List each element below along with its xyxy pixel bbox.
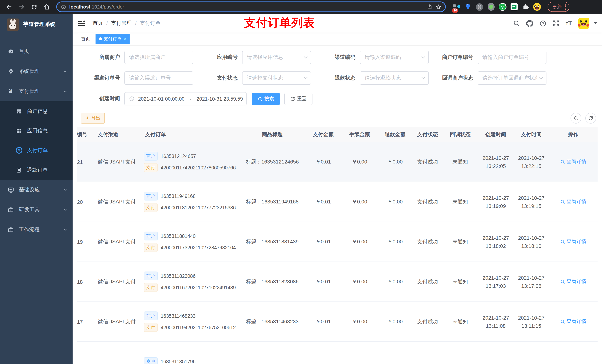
search-icon[interactable]: [513, 20, 520, 27]
filter-select[interactable]: 请选择订单回调商户状态: [478, 71, 547, 85]
app-window: 芋道管理系统 首页系统管理¥支付管理商户信息应用信息¥支付订单退款订单基础设施研…: [0, 14, 602, 364]
view-detail-link[interactable]: 查看详情: [560, 158, 586, 165]
font-size-icon[interactable]: TT: [566, 20, 572, 27]
share-icon[interactable]: [427, 4, 432, 10]
help-icon[interactable]: [539, 20, 547, 27]
briefcase-icon: [7, 227, 14, 233]
cell-refund: ￥0.00: [377, 318, 413, 325]
filter-select[interactable]: 请选择应用信息: [242, 51, 311, 64]
cell-pay-order: 商户1635311949168支付42000011812021102777232…: [140, 192, 240, 212]
cell-pay-order: 商户1635311823086支付42000011672021102710224…: [140, 272, 240, 291]
fullscreen-icon[interactable]: [553, 20, 559, 27]
breadcrumb-home[interactable]: 首页: [93, 20, 103, 27]
table-row: 17微信 JSAPI 支付商户1635311468233支付4200001194…: [77, 302, 598, 342]
cell-channel: 微信 JSAPI 支付: [92, 318, 140, 325]
sidebar-item-首页[interactable]: 首页: [0, 42, 73, 62]
site-info-icon[interactable]: [61, 4, 66, 10]
pay-tag: 支付: [144, 163, 158, 172]
merchant-tag: 商户: [144, 192, 158, 200]
toolbox-icon: [7, 207, 14, 213]
reset-button[interactable]: 重置: [284, 93, 312, 105]
cell-pay-time: 2021-10-2713:17:08: [514, 274, 549, 290]
filter-select[interactable]: 请选择支付状态: [242, 71, 311, 85]
extension-circle-icon[interactable]: [487, 3, 495, 11]
tag-home[interactable]: 首页: [78, 34, 93, 44]
refund-icon: [15, 167, 22, 173]
app-logo-rabbit: [7, 18, 19, 31]
bookmark-star-icon[interactable]: [435, 4, 441, 10]
sidebar-item-退款订单[interactable]: 退款订单: [0, 160, 73, 180]
filter-label: 渠道编码: [315, 54, 360, 61]
sidebar-menu: 首页系统管理¥支付管理商户信息应用信息¥支付订单退款订单基础设施研发工具工作流程: [0, 42, 73, 240]
cell-actions: 查看详情: [549, 158, 598, 165]
extension-chat-icon[interactable]: [510, 3, 518, 11]
home-icon[interactable]: [42, 2, 52, 12]
avatar[interactable]: [578, 18, 589, 29]
sidebar-item-基础设施[interactable]: 基础设施: [0, 180, 73, 200]
column-header-支付订单: 支付订单: [140, 131, 240, 138]
cell-title: 标题：1635311823086: [240, 278, 305, 285]
filter-input[interactable]: 请输入商户订单编号: [478, 51, 547, 64]
sidebar-toggle-icon[interactable]: [78, 20, 85, 26]
sidebar-item-工作流程[interactable]: 工作流程: [0, 220, 73, 240]
search-button[interactable]: 搜索: [252, 93, 280, 105]
cell-title: 标题：1635312124656: [240, 158, 305, 165]
column-header-支付时间: 支付时间: [514, 131, 549, 138]
annotation-title: 支付订单列表: [244, 15, 315, 31]
tag-pay-order[interactable]: 支付订单 ×: [96, 34, 130, 44]
caret-down-icon[interactable]: [593, 22, 598, 25]
breadcrumb-pay-mgmt[interactable]: 支付管理: [111, 20, 132, 27]
cell-actions: 查看详情: [549, 318, 598, 325]
sidebar: 芋道管理系统 首页系统管理¥支付管理商户信息应用信息¥支付订单退款订单基础设施研…: [0, 14, 73, 364]
extension-emoji-icon[interactable]: [533, 3, 541, 11]
filter-select[interactable]: 请选择退款状态: [360, 71, 429, 85]
sidebar-item-支付管理[interactable]: ¥支付管理: [0, 81, 73, 101]
extension-shapes-icon[interactable]: 10: [452, 3, 461, 11]
address-bar[interactable]: localhost:1024/pay/order: [56, 1, 446, 12]
date-range-input[interactable]: 2021-10-01 00:00:00 - 2021-10-31 23:59:5…: [124, 92, 247, 105]
reload-icon[interactable]: [29, 2, 39, 12]
tag-close-icon[interactable]: ×: [124, 37, 127, 41]
extension-puzzle-icon[interactable]: [521, 3, 529, 11]
extension-command-icon[interactable]: ⌘: [475, 3, 484, 11]
github-icon[interactable]: [526, 20, 533, 27]
browser-update-button[interactable]: 更新: [548, 2, 570, 12]
view-detail-link[interactable]: 查看详情: [560, 318, 586, 325]
cell-amount: ￥0.01: [305, 318, 342, 325]
pay-tag: 支付: [144, 283, 158, 292]
cell-channel: 微信 JSAPI 支付: [92, 239, 140, 245]
toggle-search-icon[interactable]: [570, 113, 581, 124]
cell-pay-time: 2021-10-2713:22:15: [514, 154, 549, 170]
extension-y-icon[interactable]: y: [498, 3, 506, 11]
refresh-icon[interactable]: [585, 113, 596, 124]
placeholder-text: 请选择支付状态: [247, 75, 301, 81]
browser-menu-icon[interactable]: [565, 4, 566, 10]
chevron-down-icon: [421, 77, 425, 80]
chevron-down-icon: [539, 77, 543, 80]
sidebar-item-应用信息[interactable]: 应用信息: [0, 121, 73, 141]
filter-input[interactable]: 请选择所属商户: [124, 51, 193, 64]
chevron-up-icon: [63, 89, 67, 94]
filter-item-所属商户: 所属商户请选择所属商户: [80, 51, 198, 64]
table-row: 18微信 JSAPI 支付商户1635311823086支付4200001167…: [77, 262, 598, 302]
filter-input[interactable]: 请输入渠道订单号: [124, 71, 193, 85]
export-button[interactable]: 导出: [81, 113, 105, 124]
filter-select[interactable]: 请输入渠道编码: [360, 51, 429, 64]
date-end: 2021-10-31 23:59:59: [196, 96, 243, 102]
back-icon[interactable]: [4, 2, 14, 12]
placeholder-text: 请输入渠道编码: [365, 54, 419, 61]
filter-label: 应用编号: [198, 54, 242, 61]
app-logo-row[interactable]: 芋道管理系统: [0, 14, 73, 35]
forward-icon[interactable]: [16, 2, 27, 12]
cell-id: 20: [77, 199, 92, 205]
view-detail-link[interactable]: 查看详情: [560, 239, 586, 245]
sidebar-item-商户信息[interactable]: 商户信息: [0, 101, 73, 121]
extension-balloon-icon[interactable]: [464, 3, 472, 11]
view-detail-link[interactable]: 查看详情: [560, 278, 586, 285]
view-detail-link[interactable]: 查看详情: [560, 198, 586, 205]
filter-label: 商户订单编号: [433, 54, 478, 61]
sidebar-item-研发工具[interactable]: 研发工具: [0, 200, 73, 220]
sidebar-item-支付订单[interactable]: ¥支付订单: [0, 141, 73, 160]
breadcrumb: 首页 / 支付管理 / 支付订单: [93, 20, 161, 27]
sidebar-item-系统管理[interactable]: 系统管理: [0, 62, 73, 81]
